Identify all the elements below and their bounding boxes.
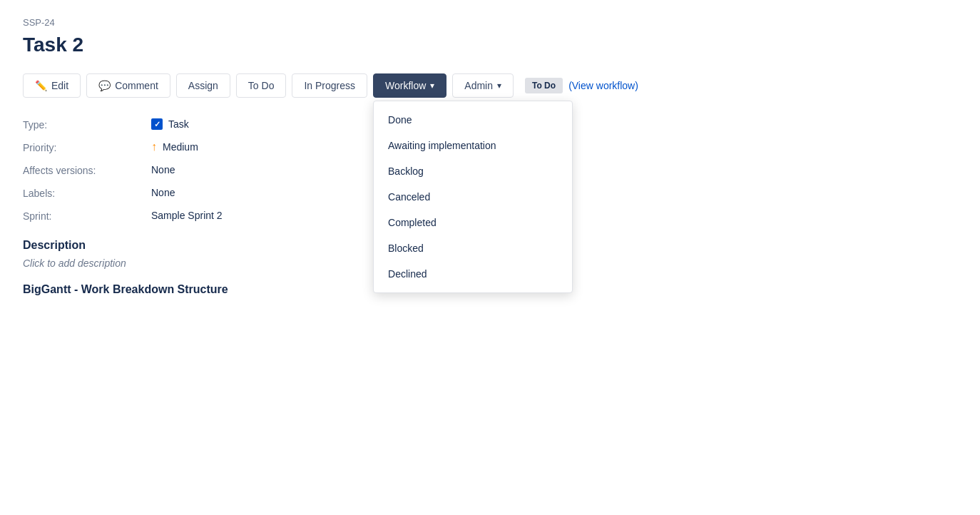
workflow-button[interactable]: Workflow ▾ <box>373 73 446 98</box>
workflow-option-backlog[interactable]: Backlog <box>374 158 572 184</box>
issue-title: Task 2 <box>23 34 957 56</box>
admin-button[interactable]: Admin ▾ <box>452 73 514 98</box>
toolbar: ✏️ Edit 💬 Comment Assign To Do In Progre… <box>23 73 957 98</box>
comment-icon: 💬 <box>98 80 111 91</box>
workflow-dropdown-menu: Done Awaiting implementation Backlog Can… <box>373 101 573 293</box>
edit-button[interactable]: ✏️ Edit <box>23 73 81 98</box>
workflow-option-done[interactable]: Done <box>374 107 572 133</box>
workflow-option-canceled[interactable]: Canceled <box>374 184 572 210</box>
view-workflow-link[interactable]: (View workflow) <box>568 80 638 91</box>
workflow-option-awaiting[interactable]: Awaiting implementation <box>374 133 572 158</box>
chevron-down-icon: ▾ <box>497 81 501 91</box>
priority-label: Priority: <box>23 141 151 153</box>
status-badge: To Do <box>525 78 563 93</box>
task-checkbox-icon <box>151 118 163 130</box>
type-label: Type: <box>23 118 151 131</box>
labels-label: Labels: <box>23 186 151 199</box>
in-progress-button[interactable]: In Progress <box>292 73 367 98</box>
comment-button[interactable]: 💬 Comment <box>86 73 170 98</box>
workflow-option-blocked[interactable]: Blocked <box>374 235 572 261</box>
workflow-option-completed[interactable]: Completed <box>374 210 572 235</box>
assign-button[interactable]: Assign <box>176 73 230 98</box>
workflow-option-declined[interactable]: Declined <box>374 261 572 287</box>
sprint-label: Sprint: <box>23 209 151 222</box>
pencil-icon: ✏️ <box>35 80 47 91</box>
affects-label: Affects versions: <box>23 163 151 176</box>
todo-button[interactable]: To Do <box>236 73 287 98</box>
right-panel-partial: To Do (View workflow) <box>525 78 638 93</box>
chevron-down-icon: ▾ <box>430 81 434 91</box>
workflow-dropdown-wrapper: Workflow ▾ Done Awaiting implementation … <box>373 73 446 98</box>
issue-id: SSP-24 <box>23 17 957 28</box>
priority-up-icon: ↑ <box>151 141 157 153</box>
